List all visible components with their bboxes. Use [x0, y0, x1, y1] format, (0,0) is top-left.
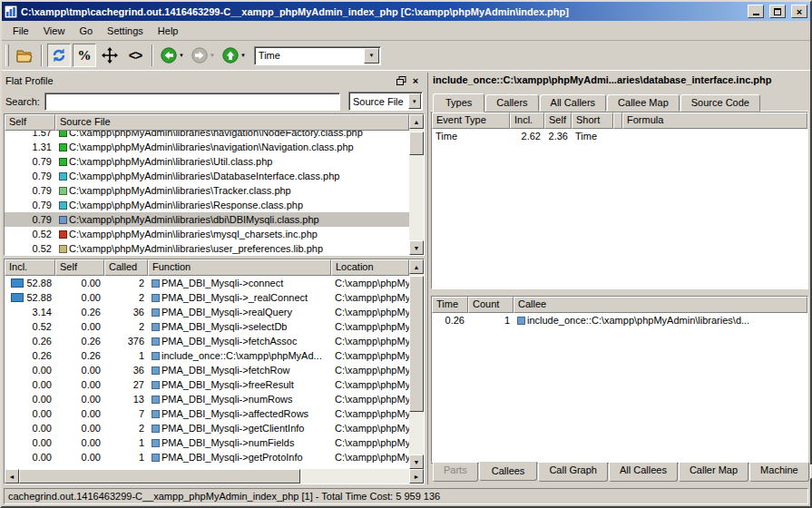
- minimize-button[interactable]: [748, 5, 764, 18]
- dock-float-button[interactable]: [394, 74, 408, 87]
- scroll-down-button[interactable]: ▼: [409, 454, 424, 469]
- detail-tab[interactable]: Machine: [749, 463, 809, 482]
- main-area: Flat Profile × Search: Source File ▼: [2, 71, 810, 486]
- column-header[interactable]: Callee: [514, 297, 807, 313]
- file-row[interactable]: 0.79 C:\xampp\phpMyAdmin\libraries\Track…: [5, 183, 409, 198]
- column-header[interactable]: Location: [331, 259, 409, 276]
- detail-tab[interactable]: Types: [433, 93, 484, 112]
- file-row[interactable]: 0.79 C:\xampp\phpMyAdmin\libraries\Respo…: [5, 198, 409, 212]
- function-row[interactable]: 0.00 0.00 1 PMA_DBI_Mysqli->getProtoInfo…: [5, 450, 409, 464]
- menu-item[interactable]: View: [36, 23, 73, 39]
- function-row[interactable]: 52.88 0.00 2 PMA_DBI_Mysqli->connect C:\…: [5, 276, 409, 290]
- up-dropdown-icon[interactable]: ▼: [240, 53, 246, 58]
- column-header[interactable]: Count: [468, 297, 514, 313]
- column-header[interactable]: Formula: [622, 112, 807, 129]
- column-header[interactable]: Self: [5, 114, 55, 131]
- file-row[interactable]: 0.79 C:\xampp\phpMyAdmin\libraries\dbi\D…: [5, 212, 409, 227]
- column-header[interactable]: Event Type: [432, 112, 510, 129]
- scroll-up-button[interactable]: ▲: [409, 259, 424, 274]
- detail-tab[interactable]: Callees: [479, 462, 538, 481]
- scroll-thumb[interactable]: [409, 132, 424, 155]
- search-label: Search:: [5, 96, 40, 107]
- forward-button[interactable]: ▼: [189, 44, 218, 67]
- column-header[interactable]: Source File: [55, 114, 409, 131]
- chevron-down-icon[interactable]: ▼: [408, 93, 421, 109]
- cost-color-icon: [59, 216, 67, 224]
- scroll-thumb[interactable]: [19, 469, 300, 484]
- function-row[interactable]: 3.14 0.26 36 PMA_DBI_Mysqli->realQuery C…: [5, 305, 409, 319]
- scroll-down-button[interactable]: ▼: [409, 240, 424, 255]
- scroll-thumb[interactable]: [409, 276, 424, 412]
- detail-tab[interactable]: Caller Map: [679, 463, 748, 482]
- detail-tab[interactable]: All Callees: [609, 463, 678, 482]
- function-row[interactable]: 0.00 0.00 13 PMA_DBI_Mysqli->numRows C:\…: [5, 392, 409, 406]
- file-row[interactable]: 0.52 C:\xampp\phpMyAdmin\libraries\user_…: [5, 241, 409, 255]
- column-header[interactable]: [613, 112, 622, 129]
- dock-header: Flat Profile ×: [4, 73, 425, 89]
- event-type-row[interactable]: Time 2.62 2.36 Time: [432, 129, 807, 143]
- horizontal-scrollbar[interactable]: ◄ ►: [5, 469, 424, 484]
- menu-item[interactable]: File: [5, 23, 36, 39]
- function-row[interactable]: 0.52 0.00 2 PMA_DBI_Mysqli->selectDb C:\…: [5, 319, 409, 334]
- back-button[interactable]: ▼: [158, 44, 187, 67]
- file-row[interactable]: 0.52 C:\xampp\phpMyAdmin\libraries\mysql…: [5, 227, 409, 241]
- detail-tab[interactable]: Callers: [485, 94, 538, 112]
- menu-item[interactable]: Settings: [100, 23, 151, 39]
- file-row[interactable]: 1.57 C:\xampp\phpMyAdmin\libraries\navig…: [5, 131, 409, 140]
- dock-layout-button[interactable]: [98, 44, 122, 67]
- grouping-select[interactable]: Source File ▼: [348, 92, 423, 111]
- column-header[interactable]: Time: [432, 297, 468, 313]
- detail-tab[interactable]: Callee Map: [607, 94, 680, 112]
- search-input[interactable]: [44, 93, 340, 111]
- menu-item[interactable]: Help: [151, 23, 186, 39]
- open-file-button[interactable]: [13, 44, 36, 67]
- scroll-up-button[interactable]: ▲: [409, 114, 424, 129]
- file-row[interactable]: 0.79 C:\xampp\phpMyAdmin\libraries\Util.…: [5, 154, 409, 169]
- maximize-button[interactable]: [769, 5, 786, 18]
- relative-percent-button[interactable]: %: [73, 44, 96, 67]
- function-row[interactable]: 0.26 0.26 1 include_once::C:\xampp\phpMy…: [5, 348, 409, 363]
- toolbar-handle[interactable]: [5, 44, 9, 66]
- column-header[interactable]: Short: [572, 112, 613, 129]
- column-header[interactable]: Function: [148, 259, 331, 276]
- menu-item[interactable]: Go: [72, 23, 100, 39]
- file-row[interactable]: 1.31 C:\xampp\phpMyAdmin\libraries\navig…: [5, 140, 409, 154]
- column-header[interactable]: Incl.: [510, 112, 544, 129]
- function-row[interactable]: 0.00 0.00 7 PMA_DBI_Mysqli->affectedRows…: [5, 406, 409, 421]
- function-row[interactable]: 0.26 0.26 376 PMA_DBI_Mysqli->fetchAssoc…: [5, 334, 409, 348]
- back-dropdown-icon[interactable]: ▼: [179, 53, 184, 58]
- detail-tab[interactable]: Source Code: [680, 94, 760, 112]
- function-row[interactable]: 0.00 0.00 27 PMA_DBI_Mysqli->freeResult …: [5, 377, 409, 392]
- event-type-select[interactable]: Time ▼: [254, 46, 381, 65]
- detail-tab[interactable]: Parts: [433, 463, 478, 482]
- scroll-track[interactable]: [409, 274, 424, 454]
- scroll-track[interactable]: [19, 469, 409, 484]
- vertical-scrollbar[interactable]: ▲ ▼: [409, 259, 424, 469]
- function-row[interactable]: 0.00 0.00 2 PMA_DBI_Mysqli->getClientInf…: [5, 421, 409, 435]
- cycle-detection-button[interactable]: [47, 44, 71, 67]
- detail-tab[interactable]: All Callers: [540, 94, 607, 112]
- scroll-track[interactable]: [409, 129, 424, 240]
- function-row[interactable]: 52.88 0.00 2 PMA_DBI_Mysqli->_realConnec…: [5, 290, 409, 305]
- file-path: C:\xampp\phpMyAdmin\libraries\mysql_char…: [69, 227, 318, 241]
- column-header[interactable]: Self: [544, 112, 572, 129]
- cost-color-icon: [59, 143, 67, 151]
- file-row[interactable]: 0.79 C:\xampp\phpMyAdmin\libraries\Datab…: [5, 169, 409, 183]
- chevron-down-icon[interactable]: ▼: [364, 48, 379, 64]
- scroll-right-button[interactable]: ►: [409, 469, 424, 484]
- column-header[interactable]: Self: [55, 259, 104, 276]
- function-row[interactable]: 0.00 0.00 36 PMA_DBI_Mysqli->fetchRow C:…: [5, 363, 409, 377]
- detail-tab[interactable]: Call Graph: [538, 463, 608, 482]
- callee-row[interactable]: 0.26 1 include_once::C:\xampp\phpMyAdmin…: [432, 313, 807, 327]
- dock-close-button[interactable]: ×: [408, 74, 423, 87]
- vertical-scrollbar[interactable]: ▲ ▼: [409, 114, 424, 255]
- function-row[interactable]: 0.00 0.00 1 PMA_DBI_Mysqli->numFields C:…: [5, 435, 409, 450]
- scroll-left-button[interactable]: ◄: [5, 469, 19, 484]
- function-name: PMA_DBI_Mysqli->realQuery: [161, 305, 292, 319]
- up-icon: [222, 47, 239, 64]
- expand-collapse-button[interactable]: <>: [123, 44, 147, 67]
- up-button[interactable]: ▼: [220, 44, 249, 67]
- column-header[interactable]: Called: [104, 259, 148, 276]
- column-header[interactable]: Incl.: [5, 259, 55, 276]
- close-button[interactable]: ×: [791, 5, 807, 18]
